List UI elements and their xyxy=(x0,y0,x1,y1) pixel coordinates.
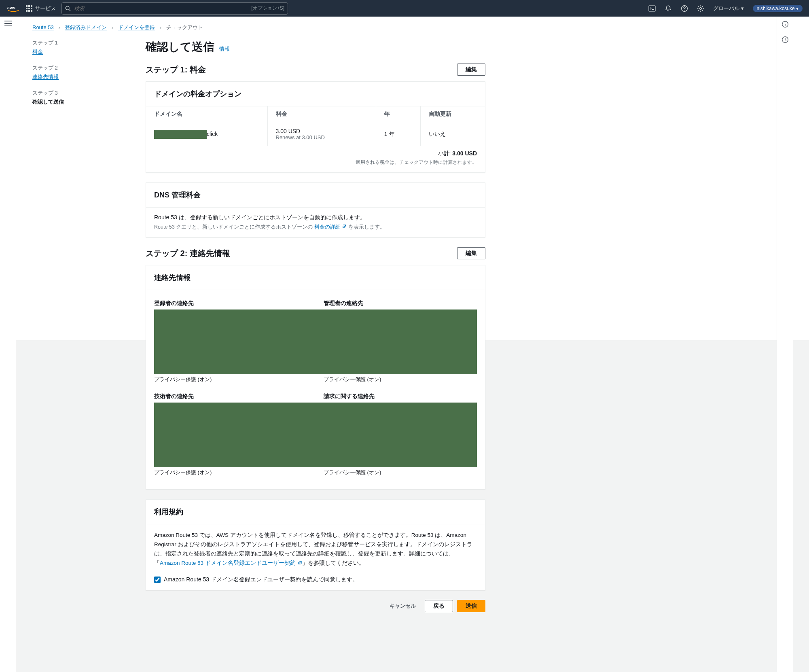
admin-contact-heading: 管理者の連絡先 xyxy=(324,297,477,310)
contact-panel: 連絡先情報 登録者の連絡先 管理者の連絡先 プライバシー保護 (オン) プライバ… xyxy=(146,265,485,490)
breadcrumb-register[interactable]: ドメインを登録 xyxy=(118,24,155,30)
dns-panel: DNS 管理料金 Route 53 は、登録する新しいドメインごとにホストゾーン… xyxy=(146,182,485,237)
agree-label: Amazon Route 53 ドメイン名登録エンドユーザー契約を読んで同意しま… xyxy=(164,576,358,583)
terms-body: Amazon Route 53 では、AWS アカウントを使用してドメイン名を登… xyxy=(154,531,477,568)
user-menu[interactable]: nishikawa.kosuke ▾ xyxy=(753,5,803,12)
contact-panel-title: 連絡先情報 xyxy=(146,265,485,290)
services-label: サービス xyxy=(35,5,56,12)
dns-panel-title: DNS 管理料金 xyxy=(146,183,485,208)
left-panel-toggle[interactable] xyxy=(0,17,16,672)
subtotal: 小計: 3.00 USD xyxy=(146,146,485,159)
top-nav: aws サービス [オプション+S] グローバル ▾ nishikawa.kos… xyxy=(0,0,809,17)
svg-point-1 xyxy=(66,6,69,10)
wizard-step2-link[interactable]: 連絡先情報 xyxy=(32,73,125,81)
external-link-icon xyxy=(297,560,302,565)
wizard-step1-link[interactable]: 料金 xyxy=(32,48,125,55)
pricing-panel-title: ドメインの料金オプション xyxy=(146,82,485,106)
pricing-details-link[interactable]: 料金の詳細 xyxy=(314,224,347,230)
registrant-privacy: プライバシー保護 (オン) xyxy=(154,376,307,383)
contact-redacted xyxy=(154,403,477,467)
aws-logo[interactable]: aws xyxy=(6,5,20,12)
tech-contact-heading: 技術者の連絡先 xyxy=(154,390,307,403)
wizard-step3-label: ステップ 3 xyxy=(32,89,125,97)
breadcrumb-domains[interactable]: 登録済みドメイン xyxy=(65,24,107,30)
external-link-icon xyxy=(342,224,347,229)
wizard-step1-label: ステップ 1 xyxy=(32,39,125,47)
grid-icon xyxy=(26,5,32,12)
step1-heading: ステップ 1: 料金 xyxy=(146,64,206,75)
back-button[interactable]: 戻る xyxy=(425,600,453,612)
hamburger-icon xyxy=(4,21,12,26)
svg-rect-3 xyxy=(649,6,655,11)
region-selector[interactable]: グローバル ▾ xyxy=(713,5,744,12)
page-title: 確認して送信 情報 xyxy=(146,39,485,55)
footer-actions: キャンセル 戻る 送信 xyxy=(146,600,485,612)
table-row: click 3.00 USD Renews at 3.00 USD 1 年 いい… xyxy=(146,122,485,146)
auto-renew-value: いいえ xyxy=(421,122,485,146)
eula-link[interactable]: Amazon Route 53 ドメイン名登録エンドユーザー契約 xyxy=(160,560,302,566)
search-icon xyxy=(65,6,71,11)
edit-step1-button[interactable]: 編集 xyxy=(457,64,485,76)
billing-contact-heading: 請求に関する連絡先 xyxy=(324,390,477,403)
pricing-table: ドメイン名 料金 年 自動更新 click 3.0 xyxy=(146,106,485,146)
terms-panel-title: 利用規約 xyxy=(146,500,485,524)
svg-point-5 xyxy=(700,7,702,9)
clock-icon[interactable] xyxy=(781,36,789,43)
years-value: 1 年 xyxy=(376,122,420,146)
wizard-step3-current: 確認して送信 xyxy=(32,98,125,106)
svg-line-2 xyxy=(69,9,70,11)
breadcrumb-current: チェックアウト xyxy=(166,24,203,30)
billing-privacy: プライバシー保護 (オン) xyxy=(324,469,477,476)
agree-checkbox[interactable] xyxy=(154,577,161,583)
th-years: 年 xyxy=(376,106,420,122)
th-domain: ドメイン名 xyxy=(146,106,267,122)
registrant-contact-heading: 登録者の連絡先 xyxy=(154,297,307,310)
breadcrumb-route53[interactable]: Route 53 xyxy=(32,24,54,30)
search-input[interactable] xyxy=(74,5,251,11)
search-shortcut-hint: [オプション+S] xyxy=(251,5,284,12)
edit-step2-button[interactable]: 編集 xyxy=(457,247,485,259)
agree-row[interactable]: Amazon Route 53 ドメイン名登録エンドユーザー契約を読んで同意しま… xyxy=(154,576,477,583)
admin-privacy: プライバシー保護 (オン) xyxy=(324,376,477,383)
info-panel-icon[interactable] xyxy=(781,21,789,28)
cancel-button[interactable]: キャンセル xyxy=(385,600,421,612)
domain-redacted xyxy=(154,130,207,139)
breadcrumb: Route 53 › 登録済みドメイン › ドメインを登録 › チェックアウト xyxy=(32,24,760,31)
chevron-right-icon: › xyxy=(160,24,161,30)
help-icon[interactable] xyxy=(681,5,688,12)
th-auto: 自動更新 xyxy=(421,106,485,122)
right-panel xyxy=(777,17,793,672)
chevron-right-icon: › xyxy=(112,24,113,30)
price-value: 3.00 USD xyxy=(276,128,368,134)
chevron-right-icon: › xyxy=(58,24,60,30)
domain-suffix: click xyxy=(207,130,218,137)
dns-line2: Route 53 クエリと、新しいドメインごとに作成するホストゾーンの 料金の詳… xyxy=(154,224,477,231)
tech-privacy: プライバシー保護 (オン) xyxy=(154,469,307,476)
settings-icon[interactable] xyxy=(697,5,704,12)
svg-text:aws: aws xyxy=(7,5,15,10)
wizard-nav: ステップ 1 料金 ステップ 2 連絡先情報 ステップ 3 確認して送信 xyxy=(32,39,125,612)
dns-line1: Route 53 は、登録する新しいドメインごとにホストゾーンを自動的に作成しま… xyxy=(154,214,477,221)
search-box[interactable]: [オプション+S] xyxy=(61,2,288,15)
th-price: 料金 xyxy=(267,106,376,122)
wizard-step2-label: ステップ 2 xyxy=(32,64,125,72)
terms-panel: 利用規約 Amazon Route 53 では、AWS アカウントを使用してドメ… xyxy=(146,499,485,590)
tax-note: 適用される税金は、チェックアウト時に計算されます。 xyxy=(146,159,485,172)
contact-redacted xyxy=(154,310,477,374)
renews-value: Renews at 3.00 USD xyxy=(276,134,368,140)
info-link[interactable]: 情報 xyxy=(219,45,230,53)
submit-button[interactable]: 送信 xyxy=(457,600,485,612)
pricing-panel: ドメインの料金オプション ドメイン名 料金 年 自動更新 xyxy=(146,81,485,173)
notifications-icon[interactable] xyxy=(665,5,672,12)
services-menu[interactable]: サービス xyxy=(26,5,56,12)
step2-heading: ステップ 2: 連絡先情報 xyxy=(146,248,230,259)
cloudshell-icon[interactable] xyxy=(648,5,656,12)
